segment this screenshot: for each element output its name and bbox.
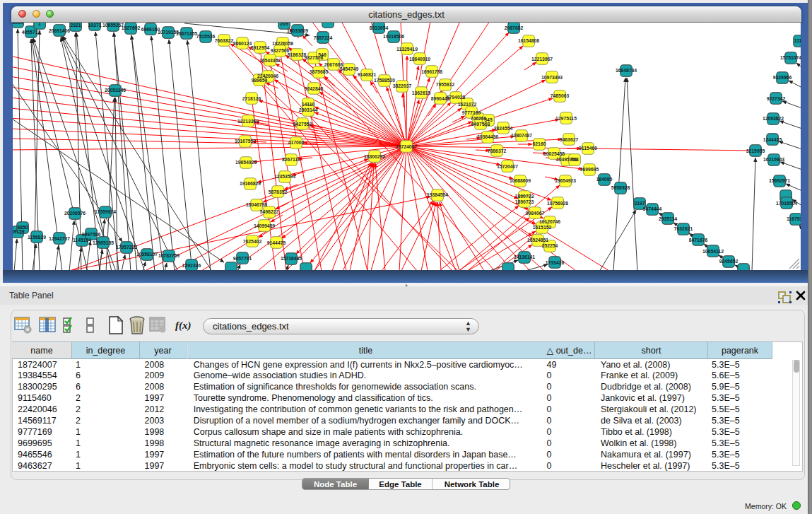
svg-text:17016504: 17016504 — [776, 201, 797, 206]
svg-text:16210643: 16210643 — [763, 157, 784, 162]
svg-text:7485063: 7485063 — [551, 93, 570, 98]
svg-text:8427552: 8427552 — [293, 122, 312, 127]
svg-text:8454749: 8454749 — [340, 66, 359, 71]
svg-text:12093822: 12093822 — [763, 116, 784, 121]
svg-text:12353594: 12353594 — [274, 174, 295, 179]
svg-text:8660124: 8660124 — [233, 41, 252, 46]
svg-text:9227342: 9227342 — [767, 96, 786, 101]
svg-text:3875685: 3875685 — [310, 69, 329, 74]
svg-text:1890723: 1890723 — [515, 194, 534, 199]
svg-text:1292346: 1292346 — [182, 263, 201, 268]
svg-text:16648784: 16648784 — [616, 68, 637, 73]
svg-text:14136141: 14136141 — [514, 255, 535, 259]
svg-text:10120746: 10120746 — [539, 219, 560, 224]
svg-text:9777169: 9777169 — [462, 110, 481, 115]
svg-text:9146821: 9146821 — [358, 72, 377, 77]
svg-text:9327506: 9327506 — [271, 48, 290, 53]
svg-text:16543362: 16543362 — [259, 58, 281, 63]
svg-text:19218506: 19218506 — [383, 34, 404, 39]
svg-text:8813054: 8813054 — [370, 25, 389, 30]
svg-text:15720407: 15720407 — [497, 164, 518, 169]
svg-text:12905185: 12905185 — [93, 240, 114, 245]
svg-text:18300295: 18300295 — [364, 154, 385, 159]
svg-text:10973493: 10973493 — [541, 75, 563, 80]
svg-text:9699695: 9699695 — [580, 167, 599, 172]
svg-text:345: 345 — [484, 117, 493, 122]
svg-text:20691406: 20691406 — [49, 28, 70, 33]
svg-text:16033809: 16033809 — [287, 28, 308, 33]
svg-text:20206576: 20206576 — [64, 211, 86, 216]
svg-text:3822037: 3822037 — [393, 83, 412, 88]
svg-text:15692971: 15692971 — [769, 178, 790, 183]
svg-text:10756928: 10756928 — [547, 201, 568, 206]
svg-text:8267110: 8267110 — [282, 157, 300, 162]
svg-text:15751074: 15751074 — [780, 55, 801, 60]
svg-text:39159: 39159 — [12, 229, 25, 234]
svg-text:3215955: 3215955 — [746, 148, 765, 153]
svg-text:12213369: 12213369 — [237, 119, 259, 124]
svg-text:2087682: 2087682 — [505, 25, 524, 30]
svg-text:417004: 417004 — [288, 140, 305, 145]
svg-text:1244415: 1244415 — [763, 137, 782, 142]
svg-text:9997586: 9997586 — [82, 232, 101, 237]
svg-text:989654: 989654 — [252, 78, 268, 83]
svg-text:16671355: 16671355 — [176, 31, 197, 36]
svg-text:14099489: 14099489 — [254, 223, 275, 228]
svg-text:9144479: 9144479 — [267, 240, 286, 245]
svg-text:18226058: 18226058 — [272, 41, 293, 46]
svg-text:1145194: 1145194 — [73, 238, 91, 243]
svg-text:15716485: 15716485 — [281, 256, 302, 261]
svg-text:1362615: 1362615 — [412, 90, 431, 95]
svg-text:11325419: 11325419 — [396, 47, 418, 52]
svg-text:10654112: 10654112 — [702, 249, 724, 254]
svg-text:9474444: 9474444 — [643, 206, 662, 211]
svg-text:1621072: 1621072 — [458, 102, 477, 107]
svg-text:1733426: 1733426 — [546, 260, 565, 265]
svg-text:19654923: 19654923 — [555, 178, 576, 183]
svg-text:164095: 164095 — [596, 177, 613, 182]
svg-text:6497568: 6497568 — [471, 122, 490, 127]
svg-text:8850: 8850 — [17, 225, 28, 230]
svg-text:18640910: 18640910 — [409, 57, 430, 62]
svg-text:6794028: 6794028 — [447, 95, 466, 100]
svg-text:2718126: 2718126 — [242, 96, 261, 101]
svg-text:8186328: 8186328 — [288, 52, 307, 57]
svg-text:8471676: 8471676 — [689, 238, 708, 243]
svg-text:4055712: 4055712 — [22, 30, 41, 35]
svg-text:19384554: 19384554 — [427, 192, 448, 197]
svg-text:10958107: 10958107 — [136, 252, 158, 257]
svg-text:904: 904 — [570, 157, 579, 162]
svg-text:2197: 2197 — [634, 201, 645, 206]
svg-text:1: 1 — [38, 23, 41, 26]
svg-text:9329966: 9329966 — [773, 75, 792, 80]
svg-text:546: 546 — [318, 52, 326, 57]
svg-text:9457791: 9457791 — [233, 256, 252, 261]
svg-text:10025458: 10025458 — [543, 151, 565, 156]
svg-text:252254: 252254 — [542, 243, 558, 248]
svg-text:7515526: 7515526 — [196, 34, 216, 39]
svg-text:12213967: 12213967 — [531, 57, 553, 62]
svg-text:62160: 62160 — [533, 141, 546, 146]
svg-text:14110: 14110 — [302, 102, 315, 107]
svg-text:9242845: 9242845 — [305, 86, 324, 91]
svg-text:1117: 1117 — [794, 38, 801, 43]
svg-text:7632621: 7632621 — [674, 226, 693, 231]
svg-text:10807487: 10807487 — [511, 133, 532, 138]
svg-text:2935114: 2935114 — [659, 216, 677, 221]
svg-text:18724007: 18724007 — [396, 144, 417, 149]
svg-text:19166829: 19166829 — [240, 181, 261, 186]
svg-text:7625402: 7625402 — [243, 239, 262, 244]
svg-text:17957223: 17957223 — [116, 245, 137, 250]
svg-text:7857224: 7857224 — [314, 35, 333, 40]
svg-text:12942737: 12942737 — [49, 236, 70, 241]
svg-text:5498222: 5498222 — [260, 209, 279, 214]
svg-text:8912954: 8912954 — [251, 45, 270, 50]
svg-text:16782759: 16782759 — [158, 253, 180, 258]
svg-text:5878352: 5878352 — [269, 189, 288, 194]
svg-text:20053346: 20053346 — [105, 88, 126, 93]
svg-text:19654925: 19654925 — [235, 160, 257, 165]
svg-text:7955812: 7955812 — [436, 82, 455, 87]
svg-text:1615152: 1615152 — [533, 225, 552, 230]
svg-text:16961758: 16961758 — [421, 69, 442, 74]
svg-text:1156829: 1156829 — [28, 235, 46, 240]
